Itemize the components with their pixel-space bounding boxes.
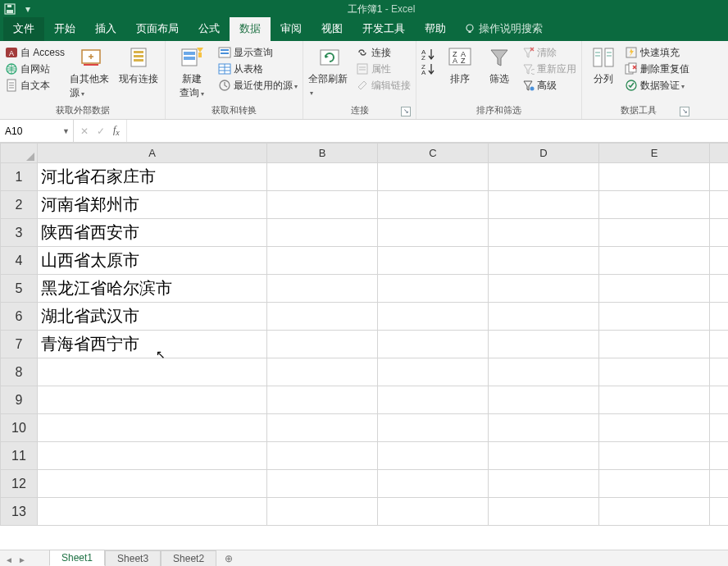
cell[interactable] <box>378 358 489 386</box>
show-query-button[interactable]: 显示查询 <box>218 44 298 61</box>
row-header[interactable]: 13 <box>1 498 38 526</box>
cell[interactable] <box>710 275 729 303</box>
qat-dropdown-icon[interactable]: ▾ <box>21 2 34 16</box>
cell[interactable] <box>267 163 378 191</box>
row-header[interactable]: 3 <box>1 219 38 247</box>
add-sheet-button[interactable]: ⊕ <box>216 551 241 566</box>
cell[interactable] <box>710 414 729 442</box>
col-header-C[interactable]: C <box>378 144 489 163</box>
tab-page-layout[interactable]: 页面布局 <box>126 17 189 41</box>
cell[interactable] <box>267 331 378 358</box>
cell[interactable] <box>38 414 267 442</box>
from-other-sources-button[interactable]: 自其他来源 <box>70 44 112 100</box>
cell[interactable] <box>710 470 729 498</box>
worksheet-grid[interactable]: A B C D E 1河北省石家庄市 2河南省郑州市 3陕西省西安市 4山西省太… <box>0 143 728 550</box>
tab-file[interactable]: 文件 <box>3 17 44 41</box>
cell[interactable] <box>599 303 710 331</box>
cell[interactable] <box>599 358 710 386</box>
col-header-E[interactable]: E <box>599 144 710 163</box>
cell[interactable] <box>378 219 489 247</box>
cell[interactable] <box>710 303 729 331</box>
sheet-tab-2[interactable]: Sheet3 <box>105 550 161 566</box>
sheet-nav[interactable]: ◄► <box>5 555 26 564</box>
formula-bar-input[interactable] <box>127 120 728 142</box>
remove-duplicates-button[interactable]: 删除重复值 <box>625 61 689 77</box>
cell[interactable] <box>710 247 729 275</box>
from-access-button[interactable]: A 自 Access <box>5 44 65 61</box>
tab-data[interactable]: 数据 <box>230 17 271 41</box>
name-box[interactable]: A10 ▼ <box>0 120 74 142</box>
cell[interactable] <box>710 386 729 414</box>
tab-devtools[interactable]: 开发工具 <box>353 17 415 41</box>
cell[interactable] <box>489 498 599 526</box>
cell[interactable]: 河北省石家庄市 <box>38 163 267 191</box>
cell[interactable] <box>38 386 267 414</box>
from-table-button[interactable]: 从表格 <box>218 61 298 77</box>
row-header[interactable]: 2 <box>1 191 38 219</box>
cell[interactable] <box>378 191 489 219</box>
cell[interactable] <box>267 442 378 470</box>
advanced-filter-button[interactable]: 高级 <box>521 77 576 94</box>
from-text-button[interactable]: 自文本 <box>5 77 65 94</box>
cell[interactable] <box>710 163 729 191</box>
cell[interactable] <box>378 247 489 275</box>
tab-formulas[interactable]: 公式 <box>189 17 230 41</box>
cell[interactable] <box>267 247 378 275</box>
tab-home[interactable]: 开始 <box>44 17 85 41</box>
row-header[interactable]: 6 <box>1 303 38 331</box>
cell[interactable] <box>599 275 710 303</box>
cell[interactable] <box>378 386 489 414</box>
tab-view[interactable]: 视图 <box>312 17 353 41</box>
cell[interactable] <box>489 275 599 303</box>
cell[interactable] <box>599 163 710 191</box>
cell[interactable] <box>710 442 729 470</box>
cell[interactable] <box>599 219 710 247</box>
cell[interactable] <box>267 498 378 526</box>
filter-button[interactable]: 筛选 <box>482 44 516 86</box>
cell[interactable] <box>599 498 710 526</box>
cell[interactable] <box>267 303 378 331</box>
text-to-columns-button[interactable]: 分列 <box>587 44 620 86</box>
row-header[interactable]: 5 <box>1 275 38 303</box>
cell[interactable] <box>489 303 599 331</box>
sheet-tab-3[interactable]: Sheet2 <box>161 550 216 566</box>
row-header[interactable]: 8 <box>1 358 38 386</box>
tab-help[interactable]: 帮助 <box>415 17 456 41</box>
cell[interactable] <box>599 331 710 358</box>
row-header[interactable]: 12 <box>1 470 38 498</box>
cell[interactable] <box>489 470 599 498</box>
cell[interactable] <box>489 442 599 470</box>
from-web-button[interactable]: 自网站 <box>5 61 65 77</box>
col-header-F[interactable] <box>710 144 729 163</box>
connections-button[interactable]: 连接 <box>356 44 411 61</box>
tab-review[interactable]: 审阅 <box>271 17 312 41</box>
cell[interactable] <box>378 498 489 526</box>
cell[interactable] <box>599 442 710 470</box>
tell-me-search[interactable]: 操作说明搜索 <box>464 21 543 41</box>
cell[interactable] <box>710 331 729 358</box>
cell[interactable] <box>489 247 599 275</box>
cell[interactable] <box>378 275 489 303</box>
cell[interactable] <box>489 386 599 414</box>
flash-fill-button[interactable]: 快速填充 <box>625 44 689 61</box>
cell[interactable] <box>267 358 378 386</box>
sort-button[interactable]: ZAAZ 排序 <box>443 44 477 86</box>
data-validation-button[interactable]: 数据验证 <box>625 77 689 94</box>
cell[interactable] <box>38 498 267 526</box>
row-header[interactable]: 11 <box>1 442 38 470</box>
dialog-launcher-icon[interactable]: ↘ <box>401 107 411 116</box>
row-header[interactable]: 10 <box>1 414 38 442</box>
cell[interactable] <box>267 275 378 303</box>
cell[interactable] <box>489 358 599 386</box>
cell[interactable]: 湖北省武汉市 <box>38 303 267 331</box>
cell[interactable] <box>599 386 710 414</box>
cell[interactable] <box>489 414 599 442</box>
cell[interactable] <box>489 163 599 191</box>
cell[interactable]: 青海省西宁市 <box>38 331 267 358</box>
cell[interactable] <box>599 247 710 275</box>
cell[interactable] <box>267 191 378 219</box>
cell[interactable] <box>267 386 378 414</box>
cell[interactable] <box>378 163 489 191</box>
select-all-corner[interactable] <box>1 144 38 163</box>
cell[interactable] <box>378 470 489 498</box>
